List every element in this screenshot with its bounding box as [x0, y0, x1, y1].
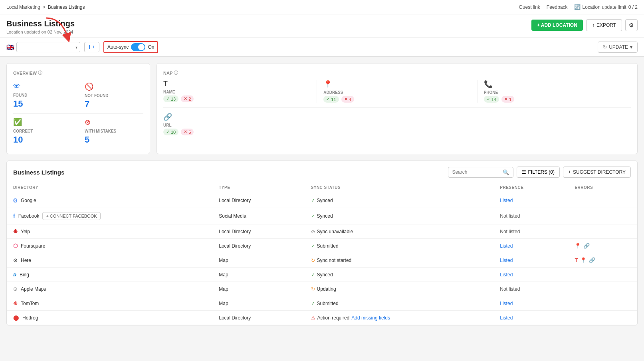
type-td: Local Directory: [212, 193, 304, 208]
foursquare-logo: ⬡: [13, 243, 18, 249]
location-select[interactable]: [16, 42, 80, 52]
sync-td: ↻Sync not started: [305, 253, 494, 268]
nap-phone: 📞 PHONE ✓ 14 ✕ 1: [478, 80, 631, 103]
sync-status-cell: ✓Synced: [311, 272, 487, 278]
filters-button[interactable]: ☰ FILTERS (0): [517, 167, 560, 178]
presence-td: Listed: [493, 311, 568, 325]
x-icon: ✕: [184, 129, 187, 135]
here-name[interactable]: Here: [21, 258, 31, 263]
found-label: FOUND: [13, 93, 73, 97]
apple-maps-name[interactable]: Apple Maps: [21, 286, 46, 292]
phone-label: PHONE: [484, 90, 631, 95]
overview-info-icon[interactable]: ⓘ: [38, 70, 42, 76]
bing-name[interactable]: Bing: [20, 272, 29, 278]
overview-card: OVERVIEW ⓘ 👁 FOUND 15 🚫 NOT FOUND 7 ✅: [6, 63, 150, 154]
sync-td: ✓Submitted: [305, 239, 494, 253]
sync-status-cell: ↻Updating: [311, 286, 487, 292]
page-header: Business Listings Location updated on 02…: [0, 14, 644, 38]
correct-icon: ✅: [13, 118, 73, 127]
top-bar: Local Marketing > Business Listings Gues…: [0, 0, 644, 14]
found-icon: 👁: [13, 82, 73, 91]
facebook-name[interactable]: Facebook: [18, 213, 40, 219]
nap-section-label: NAP ⓘ: [163, 70, 631, 76]
table-row: ⊙ Apple Maps Map ↻Updating Not listed: [7, 282, 637, 296]
dir-cell: ⬤ Hotfrog: [13, 315, 206, 321]
mistakes-icon: ⊗: [85, 118, 143, 127]
refresh-icon: ↻: [603, 44, 607, 50]
location-limit-value: 0 / 2: [628, 4, 638, 10]
add-location-button[interactable]: + ADD LOCATION: [531, 20, 583, 31]
add-missing-fields-link[interactable]: Add missing fields: [351, 315, 390, 321]
col-sync-status: SYNC STATUS: [305, 182, 494, 193]
url-badges: ✓ 10 ✕ 5: [163, 129, 631, 135]
phone-icon: 📞: [484, 80, 631, 89]
name-label: NAME: [163, 90, 310, 94]
search-input[interactable]: [452, 169, 500, 175]
autosync-wrap: Auto-sync On: [103, 41, 158, 53]
facebook-icon: f: [89, 44, 90, 50]
breadcrumb: Local Marketing > Business Listings: [6, 4, 85, 10]
breadcrumb-parent[interactable]: Local Marketing: [6, 4, 40, 10]
link-error-icon: 🔗: [583, 243, 590, 249]
gear-icon: ⚙: [629, 22, 634, 28]
nap-card: NAP ⓘ T NAME ✓ 13 ✕ 2: [157, 63, 638, 154]
yelp-name[interactable]: Yelp: [21, 229, 30, 234]
guest-link[interactable]: Guest link: [519, 4, 540, 10]
directory-td: b Bing: [7, 268, 212, 282]
feedback-link[interactable]: Feedback: [547, 4, 568, 10]
location-limit-label: Location update limit: [583, 4, 626, 10]
directory-td: ❋ Yelp: [7, 224, 212, 239]
col-directory: DIRECTORY: [7, 182, 212, 193]
errors-td: 📍🔗: [568, 239, 637, 253]
hotfrog-name[interactable]: Hotfrog: [22, 315, 38, 321]
errors-td: [568, 282, 637, 296]
connect-facebook-button[interactable]: + CONNECT FACEBOOK: [42, 212, 100, 220]
correct-cell: ✅ CORRECT 10: [13, 115, 78, 147]
phone-correct-badge: ✓ 14: [484, 96, 499, 103]
location-select-wrap: 🇬🇧 ▾: [6, 42, 80, 52]
autosync-toggle[interactable]: [131, 43, 145, 51]
address-icon: 📍: [323, 80, 470, 89]
name-correct-badge: ✓ 13: [163, 95, 178, 102]
directory-td: ⬤ Hotfrog: [7, 311, 212, 325]
sync-status-cell: ✓Synced: [311, 213, 487, 219]
facebook-logo: f: [13, 213, 15, 219]
page-header-right: + ADD LOCATION ↑ EXPORT ⚙: [531, 19, 638, 31]
sync-status-cell: ⚠Action required Add missing fields: [311, 315, 487, 321]
bing-logo: b: [13, 272, 16, 278]
foursquare-name[interactable]: Foursquare: [21, 243, 45, 249]
google-name[interactable]: Google: [21, 198, 36, 203]
x-icon: ✕: [184, 96, 187, 101]
overview-stats-bottom: ✅ CORRECT 10 ⊗ WITH MISTAKES 5: [13, 115, 143, 147]
location-limit: 🔄 Location update limit 0 / 2: [574, 4, 638, 10]
link-error-icon: 🔗: [589, 257, 595, 263]
settings-button[interactable]: ⚙: [625, 19, 638, 31]
tomtom-name[interactable]: TomTom: [21, 301, 39, 306]
not-found-cell: 🚫 NOT FOUND 7: [78, 80, 143, 112]
autosync-label: Auto-sync: [107, 44, 129, 50]
directory-td: ❋ TomTom: [7, 296, 212, 311]
export-button[interactable]: ↑ EXPORT: [586, 19, 622, 31]
dir-cell: ⊙ Apple Maps: [13, 286, 206, 292]
directory-td: G Google: [7, 193, 212, 208]
table-wrap: DIRECTORY TYPE SYNC STATUS PRESENCE ERRO…: [7, 182, 637, 325]
address-label: ADDRESS: [323, 90, 470, 95]
nap-info-icon[interactable]: ⓘ: [174, 70, 178, 76]
type-td: Map: [212, 282, 304, 296]
presence-td: Listed: [493, 239, 568, 253]
dir-cell: ⊗ Here: [13, 257, 206, 263]
update-button[interactable]: ↻ UPDATE ▾: [598, 42, 638, 53]
correct-value: 10: [13, 135, 73, 145]
phone-badges: ✓ 14 ✕ 1: [484, 96, 631, 103]
directory-td: ⊗ Here: [7, 253, 212, 268]
mistakes-label: WITH MISTAKES: [85, 129, 143, 133]
toolbar-right: ↻ UPDATE ▾: [598, 42, 638, 53]
not-found-label: NOT FOUND: [85, 93, 143, 98]
url-icon: 🔗: [163, 113, 631, 121]
errors-td: T📍🔗: [568, 253, 637, 268]
found-cell: 👁 FOUND 15: [13, 80, 78, 112]
facebook-connect-button[interactable]: f +: [84, 42, 99, 52]
overview-section-label: OVERVIEW ⓘ: [13, 70, 143, 76]
type-td: Local Directory: [212, 239, 304, 253]
suggest-directory-button[interactable]: + SUGGEST DIRECTORY: [563, 167, 631, 178]
